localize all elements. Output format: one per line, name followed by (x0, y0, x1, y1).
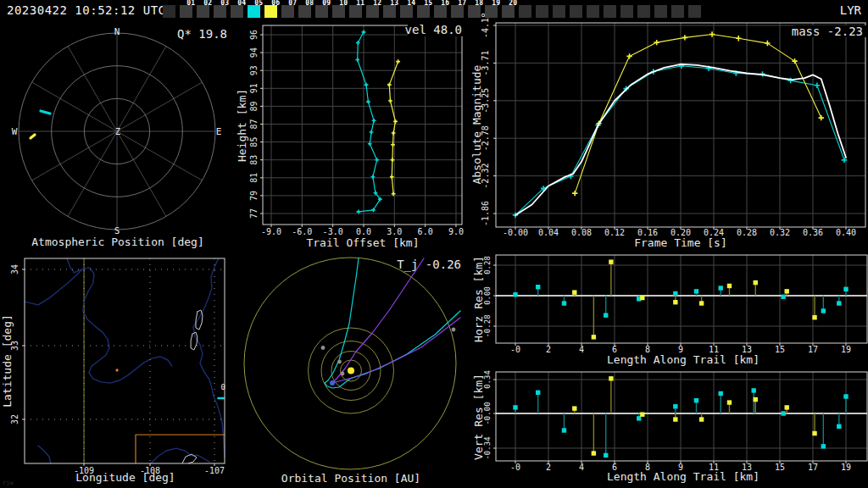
svg-text:19: 19 (841, 345, 851, 354)
station-box-15[interactable] (417, 5, 430, 18)
station-box-blank[interactable] (163, 5, 175, 18)
svg-text:19: 19 (841, 463, 851, 472)
watermark: rjw (3, 480, 14, 486)
station-box-label: 05 (250, 0, 263, 7)
station-box-label: 18 (470, 0, 483, 7)
svg-text:0.08: 0.08 (571, 228, 592, 237)
station-box-19[interactable] (485, 5, 498, 18)
station-box-blank[interactable] (587, 5, 599, 18)
svg-text:34: 34 (10, 264, 19, 274)
svg-text:15: 15 (775, 463, 785, 472)
svg-text:91: 91 (249, 83, 259, 93)
station-box-label: 02 (199, 0, 212, 7)
station-box-01[interactable] (180, 5, 192, 18)
station-box-07[interactable] (281, 5, 294, 18)
svg-text:87: 87 (249, 119, 259, 129)
svg-text:-9.0: -9.0 (261, 227, 281, 236)
svg-text:-3.0: -3.0 (323, 227, 343, 236)
utc-clock: 20230422 10:52:12 UTC (7, 3, 166, 17)
station-box-label: 16 (437, 0, 449, 7)
compass-e-label: E (216, 126, 222, 137)
station-box-04[interactable] (231, 5, 243, 18)
svg-text:0.32: 0.32 (770, 228, 790, 237)
shower-code-label: LYR (840, 3, 861, 17)
station-box-blank[interactable] (536, 5, 548, 18)
svg-text:0.40: 0.40 (836, 228, 856, 237)
station-box-16[interactable] (434, 5, 447, 18)
horz-xlabel: Length Along Trail [km] (607, 353, 760, 366)
trail-xlabel: Trail Offset [km] (306, 236, 419, 249)
mag-ylabel: Absolute Magnitude (470, 64, 483, 184)
vert-ylabel: Vert Res [km] (472, 374, 485, 460)
svg-text:2: 2 (546, 345, 551, 354)
svg-text:-0: -0 (510, 463, 520, 472)
svg-text:0.12: 0.12 (604, 228, 625, 237)
station-box-02[interactable] (197, 5, 209, 18)
svg-text:-0: -0 (510, 345, 520, 354)
horizontal-residuals-plot: -02468911131517190.280.00-0.28 (483, 255, 867, 354)
tj-annotation: T_j -0.26 (397, 258, 461, 272)
svg-text:83: 83 (249, 155, 259, 165)
station-box-label: 03 (216, 0, 229, 7)
station-box-blank[interactable] (671, 5, 684, 18)
svg-text:89: 89 (249, 101, 259, 111)
vertical-residuals-plot: -02468911131517190.34-0.00-0.34 (483, 370, 867, 472)
station-box-11[interactable] (349, 5, 362, 18)
orbital-position-plot (244, 258, 460, 469)
svg-text:0.04: 0.04 (538, 228, 559, 237)
station-box-06[interactable] (264, 5, 277, 18)
svg-text:-6.0: -6.0 (292, 227, 312, 236)
compass-n-label: N (114, 26, 120, 37)
station-box-blank[interactable] (637, 5, 650, 18)
station-box-09[interactable] (315, 5, 328, 18)
svg-text:79: 79 (249, 191, 259, 201)
station-box-17[interactable] (451, 5, 464, 18)
app-window: 20230422 10:52:12 UTC 010203040506070809… (0, 0, 868, 488)
svg-text:6.0: 6.0 (418, 227, 433, 236)
station-box-blank[interactable] (604, 5, 616, 18)
zenith-label: Z (115, 127, 120, 136)
station-box-label: 01 (182, 0, 195, 7)
station-box-blank[interactable] (553, 5, 565, 18)
station-box-18[interactable] (468, 5, 481, 18)
station-box-05[interactable] (248, 5, 260, 18)
station-box-20[interactable] (502, 5, 515, 18)
svg-text:85: 85 (249, 137, 259, 147)
svg-text:77: 77 (249, 208, 259, 219)
svg-text:0.0: 0.0 (356, 227, 371, 236)
svg-text:81: 81 (249, 173, 259, 183)
station-box-blank[interactable] (688, 5, 701, 18)
svg-text:4: 4 (579, 345, 584, 354)
station-box-12[interactable] (366, 5, 379, 18)
station-box-13[interactable] (383, 5, 396, 18)
svg-text:0: 0 (220, 383, 225, 391)
station-box-label: 10 (335, 0, 348, 7)
svg-text:0.28: 0.28 (737, 228, 757, 237)
map-features (25, 258, 225, 463)
light-curve-plot: -0.000.040.080.120.160.200.240.280.320.3… (481, 13, 865, 237)
station-box-label: 09 (318, 0, 331, 7)
station-box-blank[interactable] (519, 5, 531, 18)
station-box-blank[interactable] (620, 5, 633, 18)
station-box-blank[interactable] (654, 5, 667, 18)
station-box-label: 04 (233, 0, 246, 7)
polar-title: Atmospheric Position [deg] (31, 236, 204, 248)
horz-ylabel: Horz Res [km] (472, 256, 485, 342)
svg-text:32: 32 (10, 414, 19, 424)
station-box-label: 19 (487, 0, 500, 7)
vert-xlabel: Length Along Trail [km] (607, 470, 760, 483)
svg-text:94: 94 (249, 47, 259, 58)
station-box-blank[interactable] (570, 5, 582, 18)
svg-text:-0.00: -0.00 (503, 228, 528, 237)
mag-xlabel: Frame Time [s] (634, 236, 727, 249)
status-bar: 20230422 10:52:12 UTC 010203040506070809… (0, 0, 868, 21)
station-box-08[interactable] (298, 5, 311, 18)
svg-text:-1.86: -1.86 (481, 201, 490, 226)
station-box-14[interactable] (400, 5, 413, 18)
plots-canvas: -9.0-6.0-3.00.03.06.09.09694939189878583… (0, 0, 868, 488)
map-xlabel: Longitude [deg] (75, 471, 175, 484)
station-box-10[interactable] (332, 5, 345, 18)
station-box-03[interactable] (214, 5, 226, 18)
station-box-label: 12 (369, 0, 381, 7)
station-box-label: 11 (352, 0, 364, 7)
